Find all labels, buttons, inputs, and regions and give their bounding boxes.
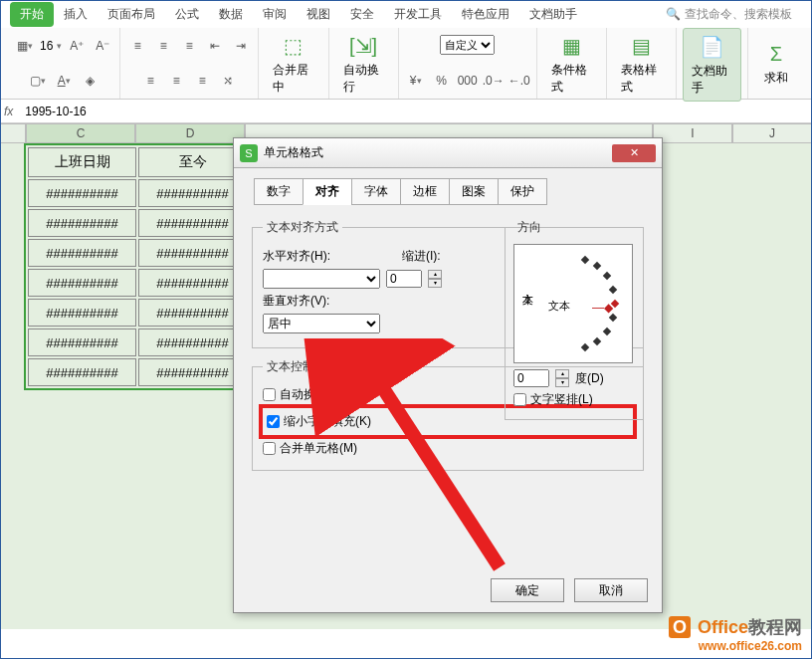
cell[interactable]: ########## [28, 299, 136, 327]
tab-security[interactable]: 安全 [340, 2, 384, 27]
indent-left-icon[interactable]: ⇤ [204, 35, 226, 57]
dlg-tab-number[interactable]: 数字 [254, 178, 304, 205]
col-header-d[interactable]: D [135, 123, 245, 143]
direction-legend: 方向 [513, 219, 545, 236]
dlg-tab-protect[interactable]: 保护 [498, 178, 547, 205]
header-d[interactable]: 至今 [138, 147, 247, 177]
number-format-select[interactable]: 自定义 [440, 35, 495, 55]
cell[interactable]: ########## [138, 239, 247, 267]
orient-horizontal-text: 文本 [548, 299, 570, 314]
cell[interactable]: ########## [28, 239, 136, 267]
indent-right-icon[interactable]: ⇥ [230, 35, 252, 57]
search-hint[interactable]: 🔍 查找命令、搜索模板 [666, 6, 792, 23]
align-left-icon[interactable]: ≡ [139, 70, 161, 92]
h-align-select[interactable] [263, 269, 380, 289]
col-header-i[interactable]: I [653, 123, 732, 143]
tab-dev[interactable]: 开发工具 [384, 2, 452, 27]
align-bottom-icon[interactable]: ≡ [178, 35, 200, 57]
v-align-select[interactable]: 居中 [263, 314, 380, 333]
decrease-font-icon[interactable]: A⁻ [92, 35, 113, 57]
cell[interactable]: ########## [138, 209, 247, 237]
dlg-tab-align[interactable]: 对齐 [303, 178, 352, 205]
cell[interactable]: ########## [138, 358, 247, 386]
wrap-checkbox[interactable] [263, 388, 276, 401]
cell[interactable]: ########## [138, 269, 247, 297]
ok-button[interactable]: 确定 [491, 578, 564, 602]
wrap-label: 自动换行 [343, 62, 384, 96]
cancel-button[interactable]: 取消 [574, 578, 648, 602]
col-header-c[interactable]: C [26, 123, 135, 143]
merge-checkbox[interactable] [263, 442, 276, 455]
shrink-checkbox[interactable] [267, 415, 280, 428]
formula-bar: fx [0, 100, 812, 123]
corner-cell[interactable] [0, 123, 26, 143]
cell[interactable]: ########## [28, 179, 136, 207]
dlg-tab-font[interactable]: 字体 [351, 178, 401, 205]
tab-insert[interactable]: 插入 [54, 2, 98, 27]
search-icon: 🔍 [666, 7, 681, 21]
dialog-titlebar[interactable]: S 单元格格式 ✕ [234, 138, 662, 168]
wrap-icon: [⇲] [349, 32, 377, 60]
font-color-icon[interactable]: A▾ [53, 70, 75, 92]
vertical-text-label: 文字竖排(L) [530, 391, 593, 408]
indent-spinner[interactable]: ▴▾ [428, 270, 442, 288]
tab-view[interactable]: 视图 [297, 2, 340, 27]
increase-font-icon[interactable]: A⁺ [66, 35, 88, 57]
tab-doc-helper[interactable]: 文档助手 [519, 2, 587, 27]
comma-icon[interactable]: 000 [457, 70, 479, 92]
degree-spinner[interactable]: ▴▾ [555, 369, 569, 387]
orientation-preview[interactable]: 文本 文本 —◆ [513, 244, 633, 363]
wrap-text-button[interactable]: [⇲] 自动换行 [335, 28, 392, 100]
sum-icon: Σ [762, 40, 790, 68]
fx-label[interactable]: fx [4, 105, 13, 118]
percent-icon[interactable]: % [431, 70, 453, 92]
sum-button[interactable]: Σ 求和 [754, 36, 798, 91]
inc-decimal-icon[interactable]: .0→ [483, 70, 505, 92]
fill-color-icon[interactable]: ▢▾ [27, 70, 49, 92]
align-top-icon[interactable]: ≡ [126, 35, 148, 57]
table-style-button[interactable]: ▤ 表格样式 [613, 28, 670, 100]
cell[interactable]: ########## [138, 329, 247, 356]
cell[interactable]: ########## [138, 299, 247, 327]
currency-icon[interactable]: ¥▾ [405, 70, 427, 92]
align-center-icon[interactable]: ≡ [165, 70, 187, 92]
tab-data[interactable]: 数据 [209, 2, 253, 27]
formula-input[interactable] [25, 105, 812, 118]
clear-format-icon[interactable]: ◈ [79, 70, 101, 92]
ribbon-tabs: 开始 插入 页面布局 公式 数据 审阅 视图 安全 开发工具 特色应用 文档助手… [0, 0, 812, 28]
merge-label: 合并居中 [273, 62, 313, 96]
merge-center-button[interactable]: ⬚ 合并居中 [265, 28, 321, 100]
dec-decimal-icon[interactable]: ←.0 [508, 70, 530, 92]
indent-input[interactable] [386, 270, 422, 288]
tab-formula[interactable]: 公式 [165, 2, 209, 27]
watermark-icon: O [669, 616, 691, 638]
dialog-title: 单元格格式 [264, 144, 323, 161]
cell[interactable]: ########## [138, 179, 247, 207]
close-button[interactable]: ✕ [612, 144, 656, 162]
dlg-tab-border[interactable]: 边框 [400, 178, 450, 205]
font-size-box[interactable]: 16 [40, 39, 53, 53]
cell[interactable]: ########## [28, 269, 136, 297]
col-header-j[interactable]: J [732, 123, 812, 143]
font-size-drop-icon[interactable]: ▾ [57, 41, 62, 51]
tab-layout[interactable]: 页面布局 [98, 2, 165, 27]
doc-helper-button[interactable]: 📄 文档助手 [683, 28, 741, 102]
cell[interactable]: ########## [28, 329, 136, 356]
orientation-icon[interactable]: ⤭ [217, 70, 239, 92]
align-right-icon[interactable]: ≡ [191, 70, 213, 92]
cell[interactable]: ########## [28, 358, 136, 386]
tab-review[interactable]: 审阅 [253, 2, 297, 27]
vertical-text-checkbox[interactable] [513, 393, 526, 406]
border-icon[interactable]: ▦▾ [14, 35, 36, 57]
wm-url: www.office26.com [669, 639, 802, 653]
cell[interactable]: ########## [28, 209, 136, 237]
cond-format-button[interactable]: ▦ 条件格式 [543, 28, 600, 100]
align-middle-icon[interactable]: ≡ [152, 35, 174, 57]
dlg-tab-pattern[interactable]: 图案 [449, 178, 499, 205]
shrink-chk-label: 缩小字体填充(K) [284, 413, 371, 430]
data-table[interactable]: 上班日期至今 #################### ############… [26, 145, 249, 388]
header-c[interactable]: 上班日期 [28, 147, 136, 177]
tab-special[interactable]: 特色应用 [452, 2, 519, 27]
tab-start[interactable]: 开始 [10, 2, 54, 27]
degree-input[interactable] [513, 369, 549, 387]
